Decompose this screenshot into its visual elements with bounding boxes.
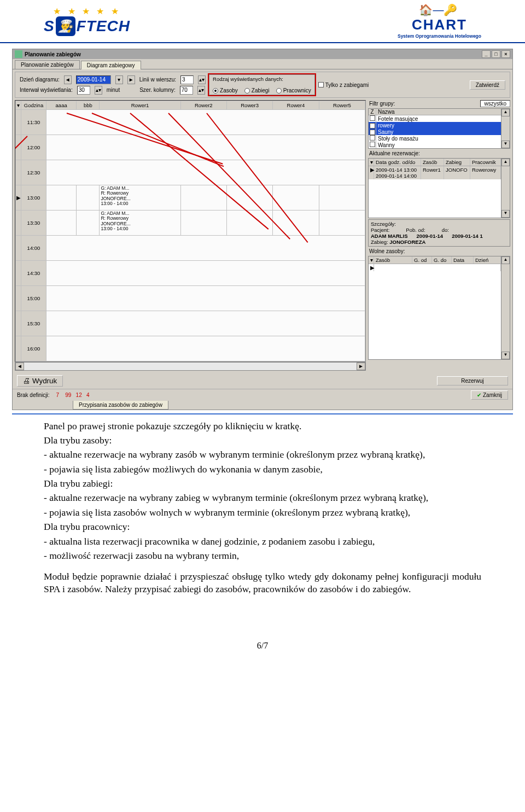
printer-icon: 🖨: [23, 377, 30, 385]
col-bbb[interactable]: bbb: [77, 101, 100, 110]
radio-zasoby[interactable]: Zasoby: [213, 87, 238, 94]
chart-sub: System Oprogramowania Hotelowego: [398, 33, 481, 39]
free-title: Wolne zasoby:: [368, 248, 510, 255]
row-marker-header: ▾: [16, 101, 21, 110]
col-input[interactable]: [180, 86, 193, 95]
day-dropdown-button[interactable]: ▾: [115, 75, 123, 84]
tab-strip: Planowanie zabiegów Diagram zabiegowy: [13, 59, 512, 69]
col-rower3[interactable]: Rower3: [226, 101, 272, 110]
day-input[interactable]: [76, 75, 111, 84]
page-number: 6/7: [0, 597, 525, 656]
details-panel: Szczegóły: Pacjent: Pob. od: do: ADAM MA…: [368, 219, 510, 247]
col-rower2[interactable]: Rower2: [180, 101, 226, 110]
lines-input[interactable]: [180, 75, 194, 84]
filter-all[interactable]: wszystko: [480, 100, 510, 107]
interval-label: Interwał wyświetlania:: [20, 87, 73, 93]
diagram-grid[interactable]: ▾ Godzina aaaa bbb Rower1 Rower2 Rower3 …: [15, 100, 366, 362]
col-stepper[interactable]: ▴▾: [197, 86, 205, 95]
cell-1330-rower1[interactable]: G: ADAM M...R: RowerowyJONOFORE...13:00 …: [100, 211, 180, 236]
interval-unit: minut: [107, 87, 120, 93]
app-icon: [15, 50, 22, 58]
free-scroll[interactable]: ▲▼: [501, 256, 510, 359]
check-icon: ✔: [477, 392, 481, 398]
prev-day-button[interactable]: ◄: [64, 75, 72, 84]
reservations-table[interactable]: ▾ Data godz. od/do Zasób Zabieg Pracowni…: [368, 158, 510, 218]
col-godzina[interactable]: Godzina: [21, 101, 46, 110]
minimize-button[interactable]: _: [482, 50, 491, 58]
stars-icon: ★ ★ ★ ★ ★: [53, 6, 121, 16]
interval-input[interactable]: [77, 86, 90, 95]
body-text: Panel po prawej stronie pokazuje szczegó…: [0, 414, 525, 595]
print-button[interactable]: 🖨 Wydruk: [17, 375, 63, 387]
display-type-group: Rodzaj wyświetlanych danych: Zasoby Zabi…: [209, 74, 315, 95]
app-window: Planowanie zabiegów _ □ × Planowanie zab…: [12, 49, 513, 410]
page-header: ★ ★ ★ ★ ★ S👨‍🍳FTECH 🏠—🔑 CHART System Opr…: [0, 0, 525, 43]
checkbox-only-with[interactable]: Tylko z zabiegami: [318, 82, 369, 88]
chart-logo-text: CHART: [398, 16, 481, 33]
window-title: Planowanie zabiegów: [25, 51, 81, 57]
titlebar: Planowanie zabiegów _ □ ×: [13, 49, 512, 59]
lines-stepper[interactable]: ▴▾: [198, 75, 206, 84]
filter-row[interactable]: Fotele masujące: [369, 115, 501, 122]
filter-scroll[interactable]: ▲▼: [501, 109, 510, 148]
status-label: Brak definicji:: [17, 392, 49, 398]
col-rower5[interactable]: Rower5: [319, 101, 365, 110]
chart-logo: 🏠—🔑 CHART System Oprogramowania Hotelowe…: [398, 3, 481, 39]
cell-1300-rower1[interactable]: G: ADAM M...R: RowerowyJONOFORE...13:00 …: [100, 185, 180, 211]
lines-label: Linii w wierszu:: [139, 77, 176, 83]
group-title: Rodzaj wyświetlanych danych:: [213, 76, 283, 82]
filter-row[interactable]: Sauny: [369, 128, 501, 135]
col-label: Szer. kolumny:: [139, 87, 176, 93]
h-scrollbar[interactable]: ◄►: [15, 362, 366, 371]
assign-subtab[interactable]: Przypisania zasobów do zabiegów: [73, 401, 168, 410]
filter-title: Filtr grupy:: [368, 100, 396, 107]
reservation-row[interactable]: ▶ 2009-01-14 13:002009-01-14 14:00 Rower…: [369, 166, 501, 179]
next-day-button[interactable]: ►: [127, 75, 135, 84]
free-table[interactable]: ▾ Zasób G. od G. do Data Dzień ▶ ▲▼: [368, 256, 510, 360]
toolbar: Dzień diagramu: ◄ ▾ ► Linii w wierszu: ▴…: [15, 72, 510, 98]
filter-row[interactable]: rowery: [369, 122, 501, 128]
status-numbers: 7 99 12 4: [56, 392, 89, 398]
house-key-icon: 🏠—🔑: [419, 4, 457, 16]
radio-pracownicy[interactable]: Pracownicy: [276, 87, 311, 94]
col-rower4[interactable]: Rower4: [273, 101, 319, 110]
maximize-button[interactable]: □: [492, 50, 500, 58]
filter-table[interactable]: Z Nazwa Fotele masujące rowery Sauny Sto…: [368, 108, 510, 149]
close-button[interactable]: ×: [501, 50, 510, 58]
chef-icon: 👨‍🍳: [56, 16, 75, 36]
tab-diagram[interactable]: Diagram zabiegowy: [81, 61, 141, 69]
radio-zabiegi[interactable]: Zabiegi: [244, 87, 270, 94]
reserve-button[interactable]: Rezerwuj: [437, 376, 508, 385]
filter-row[interactable]: Stoły do masażu: [369, 135, 501, 142]
tab-planning[interactable]: Planowanie zabiegów: [15, 60, 80, 69]
interval-stepper[interactable]: ▴▾: [95, 86, 102, 95]
close-button-bottom[interactable]: ✔ Zamknij: [471, 390, 508, 400]
col-rower1[interactable]: Rower1: [100, 101, 180, 110]
day-label: Dzień diagramu:: [20, 77, 60, 83]
softech-logo: ★ ★ ★ ★ ★ S👨‍🍳FTECH: [44, 6, 130, 36]
filter-row[interactable]: Wanny: [369, 142, 501, 148]
confirm-button[interactable]: Zatwierdź: [470, 80, 505, 90]
col-aaaa[interactable]: aaaa: [46, 101, 77, 110]
reservations-scroll[interactable]: ▲▼: [501, 159, 510, 218]
reservations-title: Aktualne rezerwacje:: [368, 150, 510, 157]
